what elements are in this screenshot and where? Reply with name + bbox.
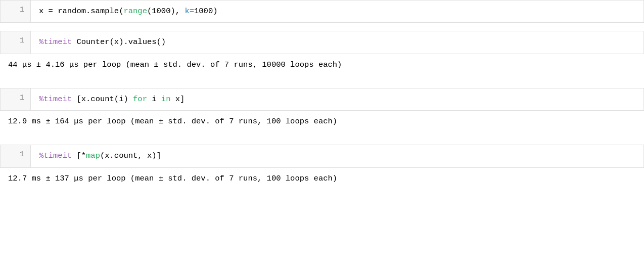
cell-content-1[interactable]: x = random.sample(range(1000), k=1000) [31, 1, 643, 22]
gap-1 [0, 23, 644, 31]
cell-number-4: 1 [1, 145, 31, 167]
cell-content-4[interactable]: %timeit [*map(x.count, x)] [31, 145, 643, 167]
cell-number-1: 1 [1, 1, 31, 22]
cell-number-3: 1 [1, 88, 31, 110]
gap-2 [0, 80, 644, 88]
notebook: 1 x = random.sample(range(1000), k=1000)… [0, 0, 644, 194]
code-cell-3[interactable]: 1 %timeit [x.count(i) for i in x] [0, 88, 644, 111]
gap-3 [0, 137, 644, 145]
output-4: 12.7 ms ± 137 μs per loop (mean ± std. d… [0, 168, 644, 194]
code-cell-4[interactable]: 1 %timeit [*map(x.count, x)] [0, 145, 644, 167]
code-cell-1[interactable]: 1 x = random.sample(range(1000), k=1000) [0, 0, 644, 23]
cell-content-2[interactable]: %timeit Counter(x).values() [31, 31, 643, 53]
cell-number-2: 1 [1, 31, 31, 53]
cell-content-3[interactable]: %timeit [x.count(i) for i in x] [31, 88, 643, 110]
output-3: 12.9 ms ± 164 μs per loop (mean ± std. d… [0, 111, 644, 137]
code-cell-2[interactable]: 1 %timeit Counter(x).values() [0, 31, 644, 54]
output-2: 44 μs ± 4.16 μs per loop (mean ± std. de… [0, 54, 644, 80]
